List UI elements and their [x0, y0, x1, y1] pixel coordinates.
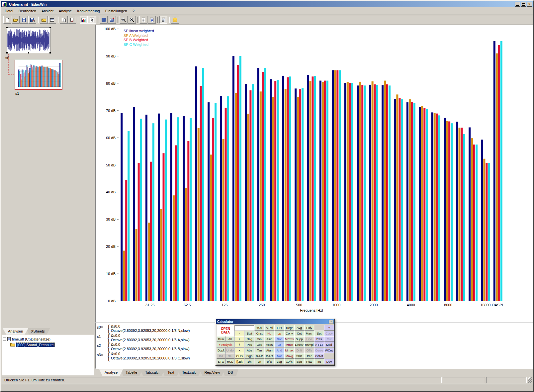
save-report-button[interactable] — [28, 16, 36, 24]
calc-button-cos[interactable]: Cos — [254, 342, 264, 347]
calc-button-mrms[interactable]: MRms — [284, 336, 294, 342]
calc-button-rcl[interactable]: RCL — [225, 359, 234, 364]
collapse-expander-icon[interactable] — [3, 338, 6, 341]
calc-button-bit[interactable]: [].Bit — [234, 359, 244, 364]
calc-button-ln[interactable]: Ln — [254, 359, 264, 364]
calc-button-ins[interactable]: Ins — [217, 353, 225, 359]
calc-button-res[interactable]: Res — [314, 336, 324, 342]
calc-button-divide[interactable]: / — [234, 342, 244, 347]
calculator-button-button[interactable] — [159, 16, 167, 24]
calc-button-cnt[interactable]: Cnt — [294, 331, 304, 336]
copy-sheet-button[interactable] — [60, 16, 68, 24]
calc-button-fir[interactable]: FIR — [274, 325, 284, 331]
calc-button-log[interactable]: Log — [274, 359, 284, 364]
menu-item-datei[interactable]: Datei — [2, 8, 16, 14]
menu-item-einstellungen[interactable]: Einstellungen — [103, 8, 130, 14]
calc-button-pos[interactable]: Pos — [244, 342, 254, 347]
table-button[interactable] — [100, 16, 108, 24]
calc-button-ok[interactable]: #Ok — [254, 325, 264, 331]
calc-button-stat[interactable]: Stat — [244, 331, 254, 336]
view-tab-text[interactable]: Text — [162, 369, 179, 376]
calc-button-1-x[interactable]: 1/x — [244, 359, 254, 364]
tree-item-channel[interactable]: [000] Sound_Pressure — [3, 342, 93, 347]
new-button[interactable] — [3, 16, 11, 24]
calc-button-shift[interactable]: Shift — [294, 353, 304, 359]
table-add-button[interactable] — [108, 16, 116, 24]
calc-button-dupl[interactable]: Dupl. — [217, 347, 225, 353]
view-tab-text-calc[interactable]: Text.calc — [177, 369, 202, 376]
calc-button-minus[interactable]: - — [234, 331, 244, 336]
calculator-window[interactable]: Calculator × OPEN DATA#OkA.PolFIRRegrAvg… — [215, 319, 335, 366]
calc-button-neg[interactable]: Neg — [244, 336, 254, 342]
calc-open-data-button[interactable]: OPEN DATA — [217, 325, 234, 336]
calculator-close-button[interactable]: × — [329, 320, 333, 324]
calc-button-atan[interactable]: Atan — [264, 347, 274, 353]
calc-button-r-p[interactable]: R->P — [254, 353, 264, 359]
calc-button-a-pol[interactable]: A.Pol — [264, 325, 274, 331]
thumbnail-s1[interactable] — [15, 60, 62, 90]
calc-button-drift[interactable]: Drift — [294, 347, 304, 353]
calc-button-all[interactable]: All — [225, 336, 234, 342]
calc-button-set[interactable]: Set — [314, 331, 324, 336]
minimize-button[interactable] — [515, 2, 520, 7]
calc-button-int[interactable]: Int — [314, 359, 324, 364]
calc-button-supp[interactable]: Supp — [294, 336, 304, 342]
mail-button[interactable] — [40, 16, 48, 24]
view-tab-db[interactable]: DB — [222, 369, 238, 376]
database-button[interactable] — [171, 16, 179, 24]
save-button[interactable] — [20, 16, 28, 24]
calc-button-e-x[interactable]: e^x — [264, 359, 274, 364]
menu-item-help[interactable]: ? — [130, 8, 137, 14]
menu-item-ansicht[interactable]: Ansicht — [39, 8, 56, 14]
menu-item-konvertierung[interactable]: Konvertierung — [74, 8, 103, 14]
title-bar[interactable]: Unbenannt - EdasWin × — [1, 1, 533, 7]
calc-button-linear[interactable]: Linear — [294, 342, 304, 347]
calc-button-conv[interactable]: Conv — [284, 331, 294, 336]
calc-button-rsmpl[interactable]: Rsmpl — [304, 342, 314, 347]
calc-analysis-button[interactable]: + Analysis — [217, 342, 234, 347]
open-button[interactable] — [12, 16, 20, 24]
view-tab-tab-calc[interactable]: Tab.calc. — [140, 369, 165, 376]
calc-button-line[interactable]: Line — [304, 336, 314, 342]
calc-button-avg[interactable]: Avg — [294, 325, 304, 331]
export-sheet-button[interactable] — [68, 16, 76, 24]
restore-button[interactable] — [521, 2, 526, 7]
calc-button-mod[interactable]: Mod — [324, 342, 334, 347]
calc-button-per[interactable]: Per — [304, 353, 314, 359]
calc-button-and[interactable]: And — [274, 347, 284, 353]
calc-button-offs[interactable]: Offs — [304, 347, 314, 353]
sidebar-tab-xsheets[interactable]: XSheets — [26, 328, 50, 335]
calc-button-tan[interactable]: Tan — [254, 347, 264, 353]
calc-button-macr[interactable]: Macr — [304, 331, 314, 336]
calc-button-sto[interactable]: STO — [217, 359, 225, 364]
calc-button-regr[interactable]: Regr — [284, 325, 294, 331]
zoom-in-button[interactable] — [128, 16, 136, 24]
chart-view-button[interactable] — [80, 16, 88, 24]
calc-button-poly[interactable]: Poly — [304, 325, 314, 331]
calc-button-acos[interactable]: Acos — [264, 342, 274, 347]
calc-button-10-x[interactable]: 10^x — [284, 359, 294, 364]
thumbnail-s0[interactable] — [7, 27, 50, 53]
calc-button-copy[interactable]: Copy — [324, 331, 334, 336]
calc-button-wcnv[interactable]: WCnv — [324, 347, 334, 353]
calc-button-help[interactable]: ? — [324, 325, 334, 331]
sidebar-tab-analysen[interactable]: Analysen — [3, 328, 28, 335]
zoom-out-button[interactable] — [120, 16, 128, 24]
calc-button-undo[interactable]: Undo — [225, 347, 234, 353]
calc-input-field[interactable] — [235, 325, 254, 330]
menu-item-analyse[interactable]: Analyse — [56, 8, 74, 14]
calc-button-run[interactable]: Run — [217, 336, 225, 342]
calc-button-or[interactable]: Or — [274, 342, 284, 347]
calc-button-a-flt[interactable]: A-FLT — [314, 342, 324, 347]
calc-button-curve[interactable]: Curve — [314, 347, 324, 353]
report-values-button[interactable] — [148, 16, 156, 24]
calc-button-asin[interactable]: Asin — [264, 336, 274, 342]
calculator-title-bar[interactable]: Calculator × — [216, 319, 334, 324]
calc-button-pow[interactable]: Pow — [304, 359, 314, 364]
calc-button-sign[interactable]: Sign — [244, 353, 254, 359]
view-tab-rep-view[interactable]: Rep.View — [199, 369, 225, 376]
calc-button-mmin[interactable]: Mmin — [284, 342, 294, 347]
calc-button-cut[interactable]: Cut — [324, 336, 334, 342]
calc-button-nor[interactable]: Nor — [274, 353, 284, 359]
window-button[interactable] — [48, 16, 56, 24]
